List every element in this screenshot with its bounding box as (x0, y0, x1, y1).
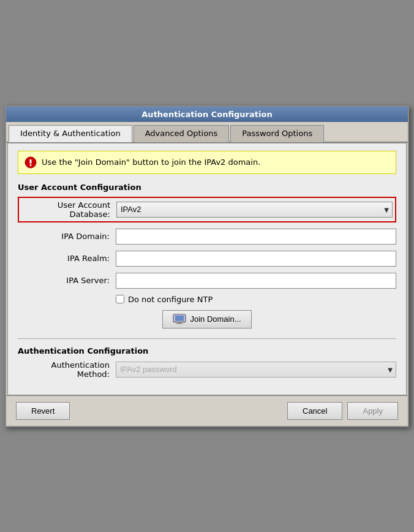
database-label: User Account Database: (21, 200, 116, 219)
svg-point-2 (30, 164, 32, 166)
svg-rect-4 (175, 315, 184, 321)
monitor-icon (173, 314, 186, 325)
authentication-configuration-dialog: Authentication Configuration Identity & … (5, 105, 409, 427)
ipa-server-group: IPA Server: (18, 273, 396, 289)
ipa-realm-label: IPA Realm: (18, 254, 116, 263)
ipa-server-input[interactable] (116, 273, 396, 289)
join-domain-button[interactable]: Join Domain... (162, 310, 251, 329)
dialog-title: Authentication Configuration (141, 110, 272, 119)
database-select[interactable]: IPAv2 LDAP NIS Local (116, 202, 393, 218)
svg-rect-1 (30, 159, 32, 164)
ipa-realm-input[interactable] (116, 251, 396, 267)
tab-identity[interactable]: Identity & Authentication (9, 125, 132, 142)
section-divider (18, 338, 396, 339)
svg-rect-7 (174, 314, 186, 315)
auth-method-select-wrapper: IPAv2 password (116, 362, 396, 378)
auth-method-group: Authentication Method: IPAv2 password (18, 360, 396, 379)
right-buttons: Cancel Apply (287, 402, 398, 420)
tab-password[interactable]: Password Options (230, 125, 324, 142)
tab-bar: Identity & Authentication Advanced Optio… (6, 122, 408, 143)
tab-content: Use the "Join Domain" button to join the… (7, 143, 407, 395)
stop-icon (24, 156, 37, 169)
ipa-domain-group: IPA Domain: (18, 229, 396, 245)
svg-rect-5 (178, 322, 181, 323)
warning-banner: Use the "Join Domain" button to join the… (18, 151, 396, 174)
apply-button[interactable]: Apply (347, 402, 398, 420)
join-domain-row: Join Domain... (18, 310, 396, 329)
ipa-domain-label: IPA Domain: (18, 232, 116, 241)
auth-method-label: Authentication Method: (18, 360, 116, 379)
database-select-wrapper: IPAv2 LDAP NIS Local (116, 202, 393, 218)
ntp-checkbox[interactable] (116, 295, 124, 303)
cancel-button[interactable]: Cancel (287, 402, 342, 420)
ipa-server-label: IPA Server: (18, 276, 116, 285)
ipa-realm-group: IPA Realm: (18, 251, 396, 267)
auth-method-select[interactable]: IPAv2 password (116, 362, 396, 378)
join-domain-label: Join Domain... (190, 314, 241, 324)
warning-message: Use the "Join Domain" button to join the… (42, 158, 260, 167)
user-account-database-row: User Account Database: IPAv2 LDAP NIS Lo… (18, 197, 396, 222)
revert-button[interactable]: Revert (16, 402, 70, 420)
ntp-label: Do not configure NTP (128, 295, 213, 304)
user-account-section-title: User Account Configuration (18, 183, 396, 192)
dialog-title-bar: Authentication Configuration (6, 107, 408, 122)
auth-section-title: Authentication Configuration (18, 346, 396, 355)
svg-rect-6 (176, 323, 183, 324)
ntp-checkbox-group: Do not configure NTP (116, 295, 396, 304)
button-bar: Revert Cancel Apply (6, 395, 408, 426)
tab-advanced[interactable]: Advanced Options (134, 125, 230, 142)
ipa-domain-input[interactable] (116, 229, 396, 245)
